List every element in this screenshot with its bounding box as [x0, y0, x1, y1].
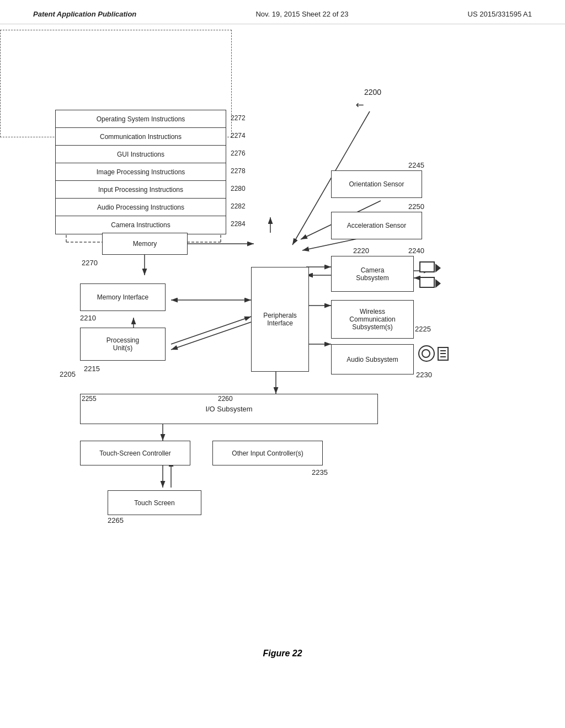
num-2284: 2284 — [231, 220, 246, 228]
memory-box: Memory — [102, 233, 188, 255]
audio-instructions: Audio Processing Instructions — [56, 199, 226, 216]
other-input-controller-box: Other Input Controller(s) — [212, 441, 323, 465]
input-instructions: Input Processing Instructions — [56, 181, 226, 199]
header-right: US 2015/331595 A1 — [468, 10, 532, 18]
processing-unit-box: ProcessingUnit(s) — [80, 328, 166, 361]
gui-instructions: GUI Instructions — [56, 146, 226, 163]
touch-screen-box: Touch Screen — [108, 490, 201, 515]
comm-instructions: Communication Instructions — [56, 128, 226, 146]
num-2278: 2278 — [231, 167, 246, 175]
diagram-area: 2200 ↙ Operating System Instructions Com… — [0, 30, 565, 681]
wireless-comm-box: WirelessCommunicationSubsystem(s) — [331, 300, 414, 339]
num-2274: 2274 — [231, 132, 246, 140]
num-2280: 2280 — [231, 185, 246, 192]
acceleration-sensor-box: Acceleration Sensor — [331, 212, 422, 239]
num-2245: 2245 — [408, 161, 424, 169]
arrow-2200: ↙ — [353, 98, 367, 112]
num-2270: 2270 — [82, 259, 98, 267]
audio-subsystem-box: Audio Subsystem — [331, 344, 414, 374]
speaker-inner — [422, 349, 430, 358]
memory-interface-box: Memory Interface — [80, 283, 166, 311]
camera-instructions: Camera Instructions — [56, 216, 226, 234]
num-2240: 2240 — [408, 247, 424, 255]
num-2276: 2276 — [231, 149, 246, 157]
num-2272: 2272 — [231, 114, 246, 122]
touch-screen-controller-box: Touch-Screen Controller — [80, 441, 190, 465]
num-2260: 2260 — [218, 395, 233, 403]
audio-device — [438, 347, 449, 361]
num-2282: 2282 — [231, 202, 246, 210]
camera-lens-1 — [435, 264, 441, 272]
num-2225: 2225 — [415, 325, 431, 333]
svg-line-13 — [171, 322, 251, 350]
num-2250: 2250 — [408, 202, 424, 211]
num-2230: 2230 — [416, 371, 432, 379]
camera-subsystem-box: CameraSubsystem — [331, 256, 414, 292]
svg-line-12 — [171, 317, 251, 344]
num-2265: 2265 — [108, 516, 124, 524]
num-2215: 2215 — [84, 365, 100, 373]
header-center: Nov. 19, 2015 Sheet 22 of 23 — [255, 10, 348, 18]
page-header: Patent Application Publication Nov. 19, … — [0, 0, 565, 24]
orientation-sensor-box: Orientation Sensor — [331, 170, 422, 198]
num-2255: 2255 — [82, 395, 97, 403]
num-2235: 2235 — [312, 468, 328, 477]
num-2205: 2205 — [60, 370, 76, 378]
figure-caption: Figure 22 — [0, 649, 565, 670]
num-2220: 2220 — [353, 247, 369, 255]
image-instructions: Image Processing Instructions — [56, 163, 226, 181]
num-2210: 2210 — [80, 314, 96, 322]
header-left: Patent Application Publication — [33, 10, 136, 18]
camera-icon-1 — [419, 261, 435, 272]
peripherals-interface-box: PeripheralsInterface — [251, 267, 309, 372]
camera-lens-2 — [435, 279, 441, 288]
camera-icon-2 — [419, 277, 435, 288]
label-2200: 2200 — [364, 88, 381, 97]
instructions-block: Operating System Instructions Communicat… — [55, 110, 226, 234]
os-instructions: Operating System Instructions — [56, 110, 226, 128]
